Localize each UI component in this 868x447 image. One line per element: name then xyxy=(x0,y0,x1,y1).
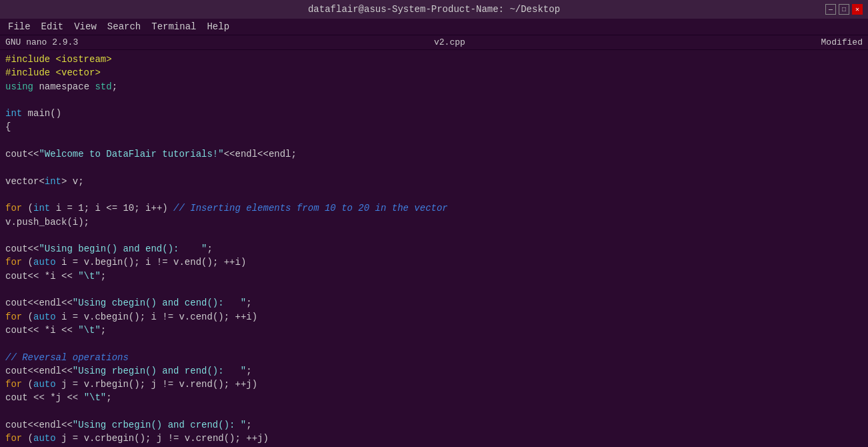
code-line: #include <iostream> xyxy=(3,53,868,66)
menu-file[interactable]: File xyxy=(3,20,36,33)
modified-status: Modified xyxy=(821,37,863,47)
code-line: v.push_back(i); xyxy=(3,215,868,229)
filename: v2.cpp xyxy=(434,37,465,47)
code-line xyxy=(3,188,868,201)
code-line: for (auto i = v.begin(); i != v.end(); +… xyxy=(3,256,868,269)
menu-help[interactable]: Help xyxy=(201,20,235,33)
menu-terminal[interactable]: Terminal xyxy=(146,20,201,33)
menu-bar: File Edit View Search Terminal Help xyxy=(0,19,868,35)
maximize-button[interactable]: □ xyxy=(839,4,849,15)
close-button[interactable]: ✕ xyxy=(852,4,863,15)
minimize-button[interactable]: — xyxy=(825,4,836,15)
code-line: cout<<endl<<"Using crbegin() and crend()… xyxy=(3,418,868,432)
code-line: cout<<endl<<"Using rbegin() and rend(): … xyxy=(3,364,868,378)
code-line: cout << *j << "\t"; xyxy=(3,391,868,404)
code-line xyxy=(3,283,868,296)
code-line: for (auto j = v.crbegin(); j != v.crend(… xyxy=(3,432,868,445)
code-line: for (auto j = v.rbegin(); j != v.rend();… xyxy=(3,378,868,391)
code-line: int main() xyxy=(3,107,868,120)
code-line: cout<<endl<<"Using cbegin() and cend(): … xyxy=(3,296,868,310)
code-line: #include <vector> xyxy=(3,66,868,79)
menu-search[interactable]: Search xyxy=(102,20,146,33)
code-line xyxy=(3,405,868,418)
window-title: dataflair@asus-System-Product-Name: ~/De… xyxy=(308,4,560,15)
code-line: cout<<"Using begin() and end(): "; xyxy=(3,242,868,256)
nano-status-bar: GNU nano 2.9.3 v2.cpp Modified xyxy=(0,35,868,50)
code-line: vector<int> v; xyxy=(3,175,868,188)
code-editor[interactable]: #include <iostream> #include <vector> us… xyxy=(0,50,868,447)
code-line: cout<<"Welcome to DataFlair tutorials!"<… xyxy=(3,147,868,161)
title-bar: dataflair@asus-System-Product-Name: ~/De… xyxy=(0,0,868,19)
code-line xyxy=(3,337,868,350)
window-controls[interactable]: — □ ✕ xyxy=(825,4,863,15)
code-line: using namespace std; xyxy=(3,80,868,93)
code-line xyxy=(3,134,868,147)
code-line: { xyxy=(3,120,868,133)
code-line: cout<< *i << "\t"; xyxy=(3,324,868,337)
code-line: // Reversal operations xyxy=(3,351,868,364)
code-line: for (int i = 1; i <= 10; i++) // Inserti… xyxy=(3,201,868,215)
code-line: cout<< *i << "\t"; xyxy=(3,270,868,283)
code-line xyxy=(3,93,868,107)
code-line xyxy=(3,229,868,242)
menu-view[interactable]: View xyxy=(69,20,102,33)
code-line: for (auto i = v.cbegin(); i != v.cend();… xyxy=(3,310,868,324)
code-line xyxy=(3,161,868,174)
menu-edit[interactable]: Edit xyxy=(36,20,69,33)
nano-version: GNU nano 2.9.3 xyxy=(5,37,78,47)
